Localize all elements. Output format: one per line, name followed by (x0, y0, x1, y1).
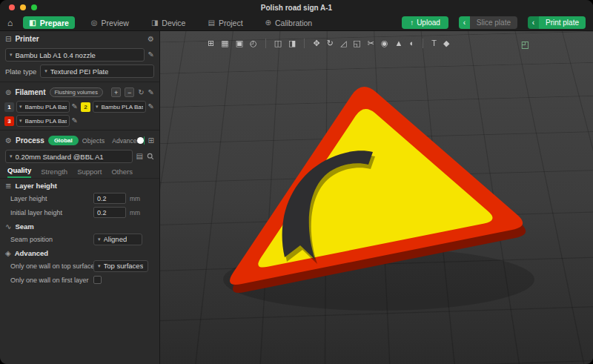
zoom-button[interactable] (31, 4, 37, 10)
print-dropdown-icon[interactable]: ‹ (528, 16, 539, 29)
filament-1-dropdown[interactable]: ▾ Bambu PLA Basic (16, 101, 70, 113)
text-tool-icon[interactable]: T (431, 39, 437, 47)
printer-icon: ⊟ (5, 36, 11, 43)
tab-others[interactable]: Others (111, 168, 133, 178)
process-scope-objects[interactable]: Objects (82, 137, 105, 145)
seam-position-label: Seam position (10, 236, 93, 243)
add-plate-icon[interactable]: ▦ (221, 39, 228, 47)
auto-orient-icon[interactable]: ◴ (250, 39, 257, 47)
advanced-toggle-label: Advanced (112, 137, 140, 145)
filament-3-dropdown[interactable]: ▾ Bambu PLA Basic (16, 115, 70, 127)
filament-slot-3: 3 ▾ Bambu PLA Basic ✎ (4, 115, 78, 127)
process-preset-dropdown[interactable]: ▾ 0.20mm Standard @BBL A1 (5, 150, 133, 163)
tab-quality[interactable]: Quality (7, 166, 31, 178)
printer-settings-gear-icon[interactable]: ⚙ (148, 36, 154, 43)
process-section-title: Process (16, 136, 44, 145)
preset-list-icon[interactable]: ▤ (136, 153, 143, 160)
minimize-button[interactable] (20, 4, 26, 10)
advanced-toggle[interactable] (144, 136, 145, 145)
main-tab-bar: ⌂ ◧ Prepare ◎ Preview ◨ Device ▤ Project… (0, 15, 593, 31)
process-preset-value: 0.20mm Standard @BBL A1 (16, 153, 104, 161)
cut-icon[interactable]: ✂ (368, 39, 374, 47)
param-table-icon[interactable]: ⊞ (148, 137, 154, 145)
tab-strength[interactable]: Strength (41, 168, 67, 178)
plate-type-dropdown[interactable]: ▾ Textured PEI Plate (40, 64, 154, 78)
viewport-3d[interactable]: ⊞ ▦ ▣ ◴ ◫ ◨ ✥ ↻ ◿ ◱ ✂ ◉ ▲ ◐ T ◆ ◰ (160, 31, 593, 364)
upload-label: Upload (417, 19, 440, 27)
filament-slot-2: 2 ▾ Bambu PLA Basic ✎ (81, 101, 154, 113)
initial-layer-height-input[interactable] (93, 207, 126, 218)
layer-height-section-title: Layer height (15, 182, 57, 190)
filament-1-edit-icon[interactable]: ✎ (72, 103, 78, 110)
slice-dropdown-icon[interactable]: ‹ (459, 16, 470, 29)
add-filament-button[interactable]: + (111, 87, 121, 97)
process-scope-global[interactable]: Global (48, 136, 79, 145)
one-wall-top-value: Top surfaces (104, 262, 144, 270)
filament-1-name: Bambu PLA Basic (25, 104, 67, 110)
divider (0, 82, 159, 82)
split-to-parts-icon[interactable]: ◨ (288, 39, 296, 47)
filament-3-color-badge[interactable]: 3 (4, 116, 14, 126)
one-wall-top-label: Only one wall on top surfaces (10, 262, 93, 270)
chevron-down-icon: ▾ (98, 236, 101, 242)
filament-3-edit-icon[interactable]: ✎ (72, 117, 78, 125)
print-plate-button[interactable]: ‹ Print plate (528, 16, 586, 29)
toolbar-divider (304, 39, 305, 48)
slice-plate-label: Slice plate (470, 16, 517, 29)
initial-layer-height-unit: mm (130, 209, 140, 216)
sync-filament-icon[interactable]: ↻ (138, 89, 144, 96)
slice-plate-button[interactable]: ‹ Slice plate (459, 16, 517, 29)
filament-1-color-badge[interactable]: 1 (4, 102, 14, 112)
filament-2-name: Bambu PLA Basic (102, 104, 143, 110)
filament-2-edit-icon[interactable]: ✎ (148, 103, 154, 110)
add-model-icon[interactable]: ⊞ (208, 39, 214, 47)
filament-slot-1: 1 ▾ Bambu PLA Basic ✎ (4, 101, 78, 113)
upload-button[interactable]: ↑ Upload (402, 16, 448, 29)
arrange-icon[interactable]: ▣ (236, 39, 243, 47)
tab-device[interactable]: ◨ Device (145, 16, 192, 29)
tab-calibration[interactable]: ⊕ Calibration (259, 16, 319, 29)
scale-icon[interactable]: ◿ (340, 39, 346, 47)
seam-paint-icon[interactable]: ◆ (443, 39, 449, 47)
support-paint-icon[interactable]: ▲ (395, 39, 403, 47)
printer-preset-value: Bambu Lab A1 0.4 nozzle (16, 51, 96, 59)
one-wall-first-checkbox[interactable] (93, 276, 102, 284)
tab-preview[interactable]: ◎ Preview (85, 16, 135, 29)
printer-section-header: ⊟ Printer ⚙ (0, 31, 159, 47)
filament-2-color-badge[interactable]: 2 (81, 102, 90, 112)
seam-position-dropdown[interactable]: ▾ Aligned (93, 234, 142, 245)
filament-2-dropdown[interactable]: ▾ Bambu PLA Basic (93, 101, 146, 113)
tab-prepare[interactable]: ◧ Prepare (23, 16, 75, 29)
tab-project[interactable]: ▤ Project (202, 16, 248, 29)
model-scene[interactable] (160, 31, 593, 364)
remove-filament-button[interactable]: − (125, 87, 134, 97)
tab-support[interactable]: Support (77, 168, 102, 178)
rotate-icon[interactable]: ↻ (327, 39, 334, 47)
close-button[interactable] (9, 4, 15, 10)
preview-icon: ◎ (91, 19, 98, 27)
move-icon[interactable]: ✥ (313, 39, 319, 47)
seam-section-header: ∿ Seam (0, 219, 159, 232)
tab-preview-label: Preview (102, 19, 129, 27)
split-to-objects-icon[interactable]: ◫ (274, 39, 282, 47)
flushing-volumes-button[interactable]: Flushing volumes (50, 87, 103, 97)
upload-icon: ↑ (410, 19, 414, 27)
tab-project-label: Project (219, 19, 243, 27)
filament-settings-icon[interactable]: ✎ (148, 89, 154, 96)
mesh-boolean-icon[interactable]: ◉ (381, 39, 388, 47)
search-icon[interactable] (147, 153, 154, 160)
one-wall-top-row: Only one wall on top surfaces ▾ Top surf… (0, 259, 159, 273)
chevron-down-icon: ▾ (19, 104, 22, 110)
printer-edit-icon[interactable]: ✎ (148, 51, 154, 59)
lay-on-face-icon[interactable]: ◱ (353, 39, 360, 47)
toolbar-divider (265, 39, 266, 48)
toggle-knob (137, 137, 144, 144)
color-paint-icon[interactable]: ◐ (409, 39, 414, 47)
layer-height-input[interactable] (93, 193, 126, 204)
layer-height-unit: mm (130, 195, 140, 202)
device-icon: ◨ (151, 19, 158, 27)
assembly-view-icon[interactable]: ◰ (521, 39, 529, 50)
one-wall-top-dropdown[interactable]: ▾ Top surfaces (93, 260, 148, 272)
printer-preset-dropdown[interactable]: ▾ Bambu Lab A1 0.4 nozzle (5, 48, 145, 62)
home-icon[interactable]: ⌂ (7, 19, 13, 27)
